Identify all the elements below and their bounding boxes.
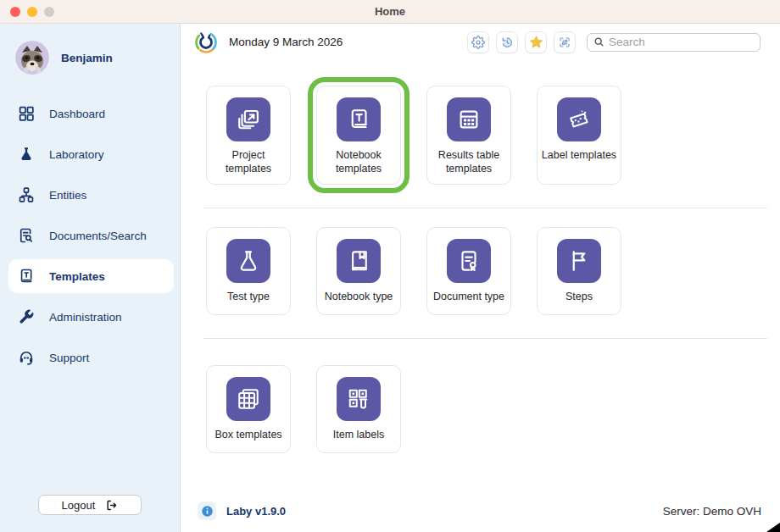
close-window-button[interactable]	[10, 7, 20, 17]
card-label: Box templates	[214, 428, 281, 441]
flag-icon	[557, 239, 601, 283]
barcode-scan-icon	[558, 36, 571, 49]
notebook-icon	[337, 239, 381, 283]
search-input[interactable]	[609, 36, 754, 48]
sidebar-item-dashboard[interactable]: Dashboard	[0, 93, 180, 134]
sidebar-item-documents-search[interactable]: Documents/Search	[0, 215, 180, 256]
logout-button[interactable]: Logout	[38, 495, 142, 515]
card-box-templates[interactable]: Box templates	[206, 365, 291, 453]
avatar[interactable]	[15, 41, 49, 75]
main-header: Monday 9 March 2026	[181, 24, 780, 54]
dashboard-icon	[17, 104, 36, 123]
notebook-templates-icon	[337, 97, 381, 141]
card-label: Results table templates	[430, 148, 508, 175]
window-title: Home	[375, 5, 405, 18]
hierarchy-icon	[17, 186, 36, 204]
card-label: Notebook type	[325, 290, 393, 303]
section-divider	[203, 208, 767, 208]
sidebar-item-label: Administration	[49, 311, 122, 324]
card-item-labels[interactable]: Item labels	[316, 365, 401, 453]
label-templates-icon	[557, 97, 601, 141]
card-row-boxes: Box templates	[206, 365, 780, 453]
search-icon	[593, 36, 604, 47]
templates-content: Project templates Notebook templates	[181, 86, 780, 453]
card-project-templates[interactable]: Project templates	[206, 86, 291, 185]
sidebar-item-support[interactable]: Support	[0, 337, 180, 378]
sidebar-item-entities[interactable]: Entities	[0, 175, 180, 215]
star-icon	[529, 35, 543, 49]
item-labels-icon	[337, 377, 381, 421]
card-notebook-type[interactable]: Notebook type	[316, 227, 401, 315]
headset-icon	[17, 348, 36, 367]
sidebar-item-laboratory[interactable]: Laboratory	[0, 134, 180, 175]
sidebar-item-label: Entities	[49, 189, 86, 202]
card-label: Notebook templates	[320, 148, 398, 175]
document-search-icon	[17, 226, 36, 245]
sidebar-item-label: Documents/Search	[49, 230, 147, 242]
card-label: Project templates	[209, 148, 287, 175]
card-row-types: Test type Notebook type	[206, 227, 780, 315]
gear-icon	[471, 36, 485, 49]
results-table-icon	[447, 97, 491, 141]
card-test-type[interactable]: Test type	[206, 227, 291, 315]
app-version: Laby v1.9.0	[226, 505, 286, 518]
project-templates-icon	[226, 97, 270, 141]
history-button[interactable]	[496, 31, 518, 53]
flask-icon	[17, 145, 36, 163]
info-icon	[201, 505, 214, 518]
card-label: Label templates	[542, 148, 616, 162]
info-button[interactable]	[198, 502, 216, 520]
section-divider	[203, 338, 767, 339]
logout-icon	[105, 499, 118, 512]
sidebar: Benjamin Dashboard	[0, 24, 181, 532]
scan-button[interactable]	[554, 31, 576, 53]
sidebar-nav: Dashboard Laboratory	[0, 93, 180, 378]
card-label-templates[interactable]: Label templates	[537, 86, 621, 185]
main-footer: Laby v1.9.0 Server: Demo OVH	[181, 502, 780, 532]
settings-button[interactable]	[467, 31, 489, 53]
box-grid-icon	[226, 377, 270, 421]
book-template-icon	[17, 267, 36, 285]
titlebar: Home	[0, 0, 780, 24]
sidebar-item-label: Templates	[49, 270, 105, 283]
card-results-table-templates[interactable]: Results table templates	[426, 86, 511, 185]
zoom-window-button[interactable]	[44, 7, 54, 17]
logout-label: Logout	[62, 499, 96, 512]
user-row[interactable]: Benjamin	[0, 24, 180, 75]
flask-icon	[226, 239, 270, 283]
server-label: Server: Demo OVH	[663, 505, 761, 518]
document-icon	[447, 239, 491, 283]
laby-logo-icon	[193, 30, 219, 55]
date-text: Monday 9 March 2026	[229, 36, 343, 48]
wrench-icon	[17, 308, 36, 326]
minimize-window-button[interactable]	[27, 7, 37, 17]
main-area: Monday 9 March 2026	[181, 24, 780, 532]
search-box	[587, 33, 760, 52]
sidebar-item-label: Laboratory	[49, 148, 104, 161]
card-row-templates: Project templates Notebook templates	[206, 86, 780, 185]
user-name: Benjamin	[61, 52, 113, 64]
card-label: Item labels	[333, 428, 384, 441]
card-label: Steps	[566, 290, 593, 303]
sidebar-item-administration[interactable]: Administration	[0, 296, 180, 337]
card-label: Document type	[433, 290, 504, 303]
card-notebook-templates[interactable]: Notebook templates	[316, 86, 401, 185]
traffic-lights	[10, 7, 54, 17]
history-icon	[500, 36, 514, 49]
sidebar-item-templates[interactable]: Templates	[8, 259, 174, 293]
card-label: Test type	[227, 290, 270, 303]
app-window: Home	[0, 0, 780, 532]
sidebar-item-label: Dashboard	[49, 108, 105, 120]
favorites-button[interactable]	[525, 31, 547, 53]
card-steps[interactable]: Steps	[537, 227, 621, 315]
sidebar-item-label: Support	[49, 352, 89, 364]
card-document-type[interactable]: Document type	[426, 227, 511, 315]
